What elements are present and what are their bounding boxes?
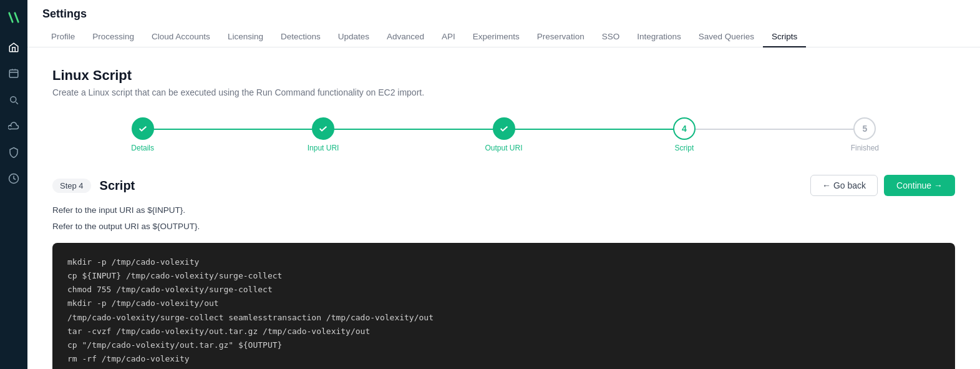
app-logo (4, 7, 24, 27)
step-label-details: Details (131, 144, 154, 152)
cases-icon[interactable] (2, 62, 25, 85)
home-icon[interactable] (2, 36, 25, 59)
step-item-details: Details (52, 117, 233, 152)
nav-tab-saved-queries[interactable]: Saved Queries (690, 27, 763, 47)
page-content: Linux Script Create a Linux script that … (27, 47, 980, 369)
nav-tab-licensing[interactable]: Licensing (219, 27, 272, 47)
step-label-script: Script (675, 144, 694, 152)
page-title: Linux Script (52, 67, 955, 84)
step-item-input-uri: Input URI (233, 117, 413, 152)
settings-header: Settings ProfileProcessingCloud Accounts… (27, 0, 980, 47)
sidebar (0, 0, 27, 369)
svg-rect-0 (9, 70, 18, 77)
cloud-icon[interactable] (2, 115, 25, 137)
investigations-icon[interactable] (2, 89, 25, 111)
nav-tab-cloud-accounts[interactable]: Cloud Accounts (143, 27, 219, 47)
nav-tab-processing[interactable]: Processing (84, 27, 143, 47)
nav-tab-experiments[interactable]: Experiments (464, 27, 528, 47)
nav-tab-sso[interactable]: SSO (593, 27, 629, 47)
step-item-output-uri: Output URI (414, 117, 594, 152)
step-circle-output uri[interactable] (493, 117, 515, 140)
nav-tab-profile[interactable]: Profile (42, 27, 84, 47)
step-circle-input uri[interactable] (312, 117, 334, 140)
nav-tabs-list: ProfileProcessingCloud AccountsLicensing… (42, 27, 965, 47)
nav-tab-scripts[interactable]: Scripts (763, 27, 806, 47)
page-subtitle: Create a Linux script that can be execut… (52, 87, 955, 97)
nav-tab-advanced[interactable]: Advanced (378, 27, 433, 47)
step-item-script: 4Script (594, 117, 774, 152)
step-label-output uri: Output URI (485, 144, 523, 152)
settings-nav: ProfileProcessingCloud AccountsLicensing… (42, 27, 965, 47)
nav-tab-api[interactable]: API (433, 27, 464, 47)
step-label-input uri: Input URI (308, 144, 339, 152)
go-back-button[interactable]: ← Go back (810, 175, 878, 196)
nav-tab-integrations[interactable]: Integrations (628, 27, 690, 47)
step-circle-script[interactable]: 4 (673, 117, 696, 140)
step-title: Script (100, 179, 135, 193)
step-badge: Step 4 (52, 179, 91, 193)
step-buttons: ← Go back Continue → (810, 175, 955, 196)
continue-button[interactable]: Continue → (884, 175, 955, 196)
instruction-line-1: Refer to the input URI as ${INPUT}. (52, 204, 955, 217)
step-item-finished: 5Finished (775, 117, 955, 152)
step-circle-details[interactable] (132, 117, 154, 140)
step-section: Step 4 Script ← Go back Continue → (52, 175, 955, 196)
wizard-stepper: DetailsInput URIOutput URI4Script5Finish… (52, 117, 955, 152)
script-code-block[interactable]: mkdir -p /tmp/cado-volexity cp ${INPUT} … (52, 243, 955, 369)
nav-tab-preservation[interactable]: Preservation (528, 27, 593, 47)
main-content: Settings ProfileProcessingCloud Accounts… (27, 0, 980, 369)
instruction-line-2: Refer to the output URI as ${OUTPUT}. (52, 220, 955, 234)
activity-icon[interactable] (2, 167, 25, 190)
settings-title: Settings (42, 7, 965, 21)
nav-tab-updates[interactable]: Updates (329, 27, 378, 47)
script-code: mkdir -p /tmp/cado-volexity cp ${INPUT} … (67, 255, 940, 366)
step-circle-finished[interactable]: 5 (853, 117, 876, 140)
shield-icon[interactable] (2, 141, 25, 164)
nav-tab-detections[interactable]: Detections (272, 27, 329, 47)
step-label-finished: Finished (851, 144, 879, 152)
